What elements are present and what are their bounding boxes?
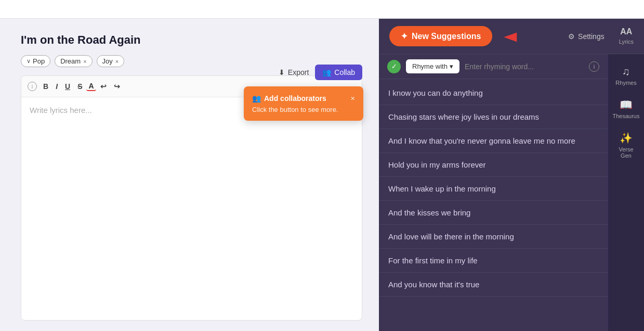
suggestion-item[interactable]: When I wake up in the morning bbox=[379, 177, 608, 201]
italic-button[interactable]: I bbox=[52, 80, 61, 93]
tag-pop[interactable]: ∨ Pop bbox=[21, 55, 50, 67]
strikethrough-button[interactable]: S bbox=[74, 80, 85, 93]
color-button[interactable]: A bbox=[86, 82, 96, 91]
right-header: ✦ New Suggestions ◄ ⚙ Settings AA Lyrics bbox=[379, 19, 644, 54]
aa-icon: AA bbox=[619, 27, 634, 36]
tag-dream[interactable]: Dream × bbox=[55, 55, 92, 67]
sidebar-item-thesaurus[interactable]: 📖 Thesaurus bbox=[610, 93, 643, 124]
lyrics-label: Lyrics bbox=[619, 39, 634, 45]
tooltip-body: Click the button to see more. bbox=[252, 106, 355, 113]
rhyme-with-select[interactable]: Rhyme with ▾ bbox=[406, 59, 459, 73]
collab-tooltip: 👥 Add collaborators × Click the button t… bbox=[244, 86, 363, 121]
collab-label: Collab bbox=[334, 68, 355, 77]
song-title: I'm on the Road Again bbox=[21, 33, 362, 47]
settings-label: Settings bbox=[578, 32, 604, 41]
collab-button[interactable]: 👥 Collab bbox=[315, 65, 362, 80]
suggestion-item[interactable]: And I know that you're never gonna leave… bbox=[379, 129, 608, 153]
tag-dream-close[interactable]: × bbox=[83, 58, 86, 65]
suggestion-item[interactable]: And you know that it's true bbox=[379, 273, 608, 297]
suggestions-area: ✓ Rhyme with ▾ i I know you can do anyth… bbox=[379, 54, 608, 331]
thesaurus-label: Thesaurus bbox=[613, 113, 640, 119]
redo-button[interactable]: ↪ bbox=[111, 80, 123, 93]
editor-panel: I'm on the Road Again ∨ Pop Dream × Joy … bbox=[0, 19, 379, 331]
tooltip-icon: 👥 bbox=[252, 94, 261, 103]
new-suggestions-button[interactable]: ✦ New Suggestions bbox=[389, 26, 492, 46]
right-content: ✓ Rhyme with ▾ i I know you can do anyth… bbox=[379, 54, 644, 331]
versegen-icon: ✨ bbox=[620, 132, 633, 144]
toolbar-actions: ⬇ Export 👥 Collab bbox=[279, 65, 362, 80]
editor-body[interactable]: Write lyrics here... bbox=[21, 97, 362, 320]
rhyme-info-icon[interactable]: i bbox=[589, 61, 599, 72]
new-suggestions-label: New Suggestions bbox=[412, 32, 481, 41]
suggestion-item[interactable]: And the kisses we bring bbox=[379, 201, 608, 225]
chevron-icon: ∨ bbox=[27, 58, 31, 65]
suggestion-item[interactable]: Chasing stars where joy lives in our dre… bbox=[379, 105, 608, 129]
tag-pop-label: Pop bbox=[33, 57, 45, 65]
rhyme-dropdown-icon: ▾ bbox=[450, 62, 453, 70]
right-sidebar: ♫ Rhymes 📖 Thesaurus ✨ Verse Gen bbox=[608, 54, 644, 331]
rhyme-input[interactable] bbox=[465, 62, 584, 71]
gear-icon: ⚙ bbox=[568, 32, 575, 41]
info-icon[interactable]: i bbox=[28, 82, 37, 91]
suggestions-icon: ✦ bbox=[401, 31, 408, 41]
export-button[interactable]: ⬇ Export bbox=[279, 68, 309, 77]
export-icon: ⬇ bbox=[279, 68, 285, 77]
suggestion-item[interactable]: And love will be there in the morning bbox=[379, 225, 608, 249]
rhyme-bar: ✓ Rhyme with ▾ i bbox=[379, 54, 608, 79]
bold-button[interactable]: B bbox=[40, 80, 51, 93]
suggestions-list: I know you can do anything Chasing stars… bbox=[379, 79, 608, 331]
top-bar bbox=[0, 0, 644, 19]
tooltip-close-button[interactable]: × bbox=[350, 94, 355, 103]
sidebar-item-versegen[interactable]: ✨ Verse Gen bbox=[610, 126, 643, 164]
check-icon: ✓ bbox=[387, 60, 401, 73]
export-label: Export bbox=[288, 68, 309, 77]
sidebar-item-rhymes[interactable]: ♫ Rhymes bbox=[610, 60, 643, 91]
tooltip-title: 👥 Add collaborators bbox=[252, 94, 326, 103]
rhyme-with-label: Rhyme with bbox=[412, 62, 448, 70]
versegen-label: Verse Gen bbox=[614, 146, 639, 159]
settings-button[interactable]: ⚙ Settings bbox=[568, 32, 604, 41]
tooltip-header: 👥 Add collaborators × bbox=[252, 94, 355, 103]
tag-dream-label: Dream bbox=[60, 57, 81, 65]
rhymes-label: Rhymes bbox=[615, 80, 636, 86]
main-area: I'm on the Road Again ∨ Pop Dream × Joy … bbox=[0, 19, 644, 331]
suggestion-item[interactable]: I know you can do anything bbox=[379, 81, 608, 105]
tag-joy-label: Joy bbox=[102, 57, 113, 65]
tooltip-title-text: Add collaborators bbox=[264, 94, 326, 103]
collab-icon: 👥 bbox=[322, 68, 331, 77]
rhymes-icon: ♫ bbox=[622, 66, 630, 78]
underline-button[interactable]: U bbox=[62, 80, 73, 93]
suggestion-item[interactable]: Hold you in my arms forever bbox=[379, 153, 608, 177]
tag-joy-close[interactable]: × bbox=[115, 58, 119, 65]
thesaurus-icon: 📖 bbox=[620, 98, 633, 111]
tag-joy[interactable]: Joy × bbox=[97, 55, 125, 67]
editor-placeholder: Write lyrics here... bbox=[30, 106, 92, 114]
right-panel: ✦ New Suggestions ◄ ⚙ Settings AA Lyrics… bbox=[379, 19, 644, 331]
suggestion-item[interactable]: For the first time in my life bbox=[379, 249, 608, 273]
undo-button[interactable]: ↩ bbox=[97, 80, 110, 93]
lyrics-tab[interactable]: AA Lyrics bbox=[619, 27, 634, 46]
arrow-indicator: ◄ bbox=[500, 28, 521, 45]
